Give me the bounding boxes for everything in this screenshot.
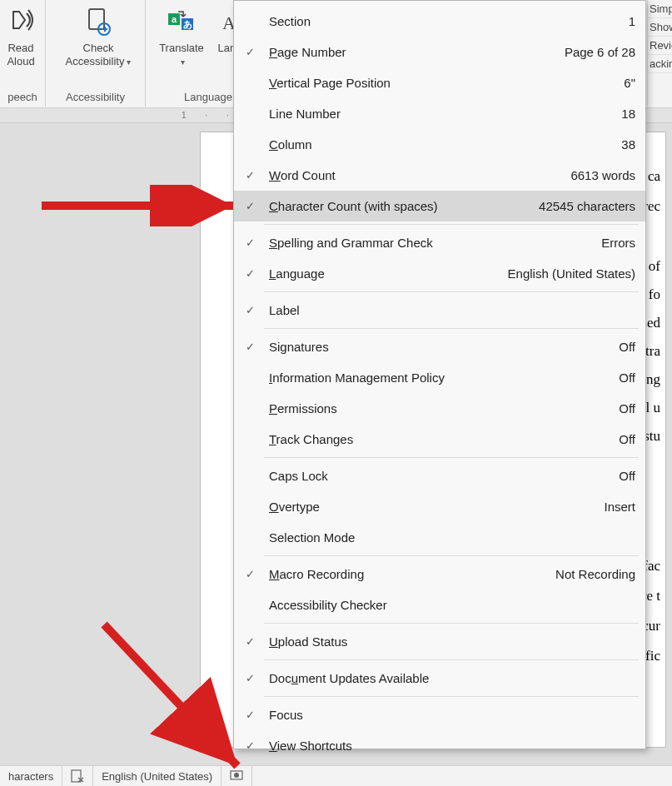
menu-separator xyxy=(264,291,639,292)
check-icon: ✓ xyxy=(246,227,261,258)
status-macro-icon[interactable] xyxy=(222,766,252,787)
menu-item-upload[interactable]: ✓Upload Status xyxy=(234,626,645,657)
read-aloud-icon xyxy=(0,5,50,38)
menu-item-spell[interactable]: ✓Spelling and Grammar CheckErrors xyxy=(234,227,645,258)
proofing-errors-icon xyxy=(71,769,84,783)
menu-item-value: Off xyxy=(619,424,635,455)
menu-separator xyxy=(264,555,639,556)
menu-item-value: 6" xyxy=(624,67,635,98)
menu-item-value: 38 xyxy=(621,129,635,160)
check-icon: ✓ xyxy=(246,160,261,191)
menu-item-acccheck[interactable]: Accessibility Checker xyxy=(234,590,645,620)
menu-item-value: Not Recording xyxy=(555,559,635,590)
menu-item-label: Language xyxy=(269,266,325,281)
menu-item-shortcuts[interactable]: ✓View Shortcuts xyxy=(234,730,645,761)
menu-item-label: Page Number xyxy=(269,45,346,59)
menu-item-value: Off xyxy=(619,460,635,491)
menu-item-signatures[interactable]: ✓SignaturesOff xyxy=(234,331,645,362)
menu-item-label: Signatures xyxy=(269,340,329,354)
menu-separator xyxy=(264,696,639,697)
menu-item-line_number[interactable]: Line Number18 xyxy=(234,98,645,129)
menu-separator xyxy=(264,623,639,624)
svg-text:a: a xyxy=(172,14,177,24)
chevron-down-icon: ▾ xyxy=(181,56,185,69)
menu-item-value: 6613 words xyxy=(570,160,635,191)
menu-item-value: English (United States) xyxy=(508,258,635,289)
menu-item-column[interactable]: Column38 xyxy=(234,129,645,160)
macro-recording-icon xyxy=(230,769,243,783)
svg-rect-0 xyxy=(89,9,104,29)
menu-item-label: Overtype xyxy=(269,500,320,514)
menu-item-value: 42545 characters xyxy=(539,191,635,221)
menu-item-label: Caps Lock xyxy=(269,469,328,483)
menu-item-track[interactable]: Track ChangesOff xyxy=(234,424,645,455)
menu-item-word_count[interactable]: ✓Word Count6613 words xyxy=(234,160,645,191)
ribbon-right-fragments: Simp Show Revie acking xyxy=(647,0,672,107)
menu-item-label: Selection Mode xyxy=(269,530,355,545)
status-language[interactable]: English (United States) xyxy=(93,766,222,787)
read-aloud-button[interactable]: ReadAloud xyxy=(0,5,50,68)
menu-item-vpos[interactable]: Vertical Page Position6" xyxy=(234,67,645,98)
check-icon: ✓ xyxy=(246,191,261,221)
check-icon: ✓ xyxy=(246,699,261,730)
menu-item-macro[interactable]: ✓Macro RecordingNot Recording xyxy=(234,559,645,590)
menu-item-label[interactable]: ✓Label xyxy=(234,295,645,326)
menu-item-value: Off xyxy=(619,393,635,424)
menu-item-selmode[interactable]: Selection Mode xyxy=(234,522,645,553)
menu-item-label: Track Changes xyxy=(269,432,353,446)
menu-item-label: Section xyxy=(269,14,311,28)
menu-item-label: Document Updates Available xyxy=(269,671,429,685)
translate-icon: a あ xyxy=(152,5,211,38)
menu-item-label: Character Count (with spaces) xyxy=(269,199,438,213)
menu-item-value: Off xyxy=(619,362,635,393)
menu-item-value: Insert xyxy=(604,491,635,522)
menu-item-label: Column xyxy=(269,137,312,152)
ribbon-group-label: Accessibility xyxy=(46,91,145,103)
menu-item-label: Macro Recording xyxy=(269,567,364,581)
check-accessibility-button[interactable]: CheckAccessibility▾ xyxy=(62,5,134,69)
menu-item-page_number[interactable]: ✓Page NumberPage 6 of 28 xyxy=(234,37,645,67)
menu-separator xyxy=(264,659,639,660)
check-icon: ✓ xyxy=(246,295,261,326)
status-characters[interactable]: haracters xyxy=(0,766,62,787)
menu-item-updates[interactable]: ✓Document Updates Available xyxy=(234,663,645,694)
menu-item-label: Information Management Policy xyxy=(269,371,445,385)
check-icon: ✓ xyxy=(246,626,261,657)
ribbon-group-speech: ReadAloud peech xyxy=(0,0,46,107)
menu-item-label: Label xyxy=(269,303,300,317)
document-text-fragment: stu xyxy=(644,422,660,450)
menu-separator xyxy=(264,224,639,225)
menu-item-label: Accessibility Checker xyxy=(269,598,387,612)
chevron-down-icon: ▾ xyxy=(127,56,131,69)
menu-item-imp[interactable]: Information Management PolicyOff xyxy=(234,362,645,393)
menu-item-label: Upload Status xyxy=(269,634,347,649)
svg-rect-7 xyxy=(72,770,81,782)
menu-item-value: Off xyxy=(619,331,635,362)
menu-separator xyxy=(264,457,639,458)
check-icon: ✓ xyxy=(246,37,261,67)
check-icon: ✓ xyxy=(246,258,261,289)
status-proofing-icon[interactable] xyxy=(62,766,93,787)
translate-button[interactable]: a あ Translate▾ xyxy=(152,5,211,69)
menu-item-value: Page 6 of 28 xyxy=(565,37,635,67)
menu-item-focus[interactable]: ✓Focus xyxy=(234,699,645,730)
menu-item-label: Spelling and Grammar Check xyxy=(269,236,433,250)
menu-item-value: 18 xyxy=(621,98,635,129)
menu-item-overtype[interactable]: OvertypeInsert xyxy=(234,491,645,522)
menu-item-value: Errors xyxy=(601,227,635,258)
accessibility-icon xyxy=(62,5,134,38)
menu-item-label: Vertical Page Position xyxy=(269,76,391,90)
check-icon: ✓ xyxy=(246,331,261,362)
menu-item-char_count[interactable]: ✓Character Count (with spaces)42545 char… xyxy=(234,191,645,221)
status-bar[interactable]: haracters English (United States) xyxy=(0,765,672,786)
menu-item-language[interactable]: ✓LanguageEnglish (United States) xyxy=(234,258,645,289)
menu-item-permissions[interactable]: PermissionsOff xyxy=(234,393,645,424)
menu-item-label: Word Count xyxy=(269,168,336,182)
menu-item-caps[interactable]: Caps LockOff xyxy=(234,460,645,491)
svg-text:あ: あ xyxy=(183,19,192,30)
svg-point-9 xyxy=(234,773,239,778)
ribbon-group-label: peech xyxy=(0,91,45,103)
menu-item-label: View Shortcuts xyxy=(269,739,352,753)
check-icon: ✓ xyxy=(246,559,261,590)
menu-item-section[interactable]: Section1 xyxy=(234,6,645,37)
